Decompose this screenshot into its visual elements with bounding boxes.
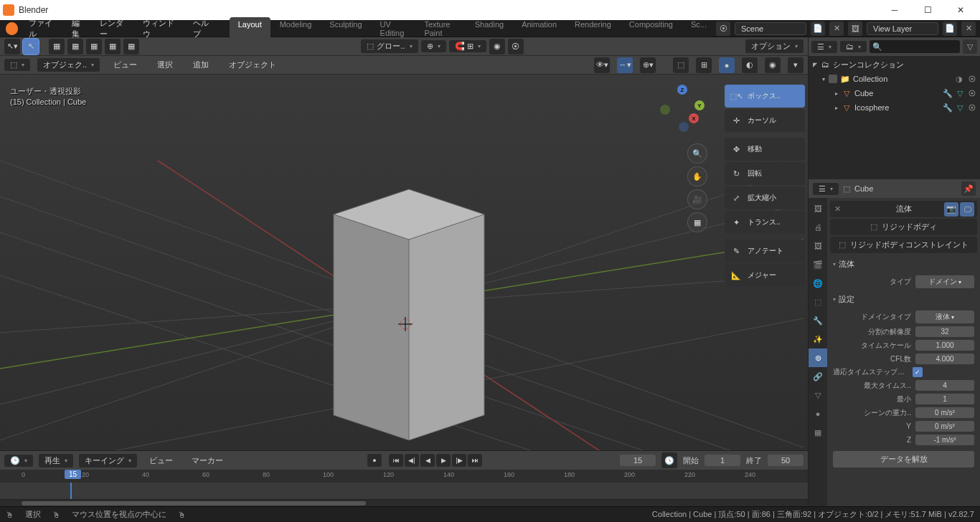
scene-browse-icon[interactable]: ⦿ <box>716 22 730 36</box>
preview-range-icon[interactable]: 🕓 <box>661 452 677 468</box>
outliner-filter-icon[interactable]: ▽ <box>963 39 977 54</box>
physics-fluid-button[interactable]: ✕ 流体 📷🖵 <box>830 201 977 217</box>
visibility-icon[interactable]: 👁▾ <box>594 57 610 73</box>
properties-body[interactable]: ✕ 流体 📷🖵 ⬚リジッドボディ ⬚リジッドボディコンストレイント 流体 タイプ… <box>827 198 980 506</box>
play-reverse-button[interactable]: ◀ <box>420 454 435 467</box>
tool-measure[interactable]: 📐メジャー <box>725 264 805 287</box>
shade-solid-icon[interactable]: ● <box>719 57 735 73</box>
viewlayer-name-input[interactable]: View Layer <box>867 22 938 35</box>
current-frame-input[interactable]: 15 <box>620 455 656 466</box>
shade-wire-icon[interactable]: ⊞ <box>696 57 712 73</box>
gizmo-toggle-icon[interactable]: ↔▾ <box>617 57 633 73</box>
select-mode-icon[interactable]: ↖▾ <box>4 39 20 54</box>
section-fluid[interactable]: 流体 <box>830 255 977 274</box>
tree-object-icosphere[interactable]: ▸ ▽ Icosphere 🔧▽ <box>809 100 980 115</box>
camera-view-icon[interactable]: 🎥 <box>687 189 707 209</box>
start-frame-input[interactable]: 1 <box>705 455 740 466</box>
scene-new-icon[interactable]: 📄 <box>811 22 825 36</box>
properties-editor-dropdown[interactable]: ☰ <box>813 183 839 195</box>
tree-collection[interactable]: ▾ 📁 Collection ◑ <box>809 72 980 86</box>
mode-dropdown[interactable]: オブジェク.. <box>37 58 100 72</box>
scene-name-input[interactable]: Scene <box>735 22 806 35</box>
vp-menu-select[interactable]: 選択 <box>151 58 179 72</box>
xray-icon[interactable]: ⬚ <box>673 57 689 73</box>
outliner-display-dropdown[interactable]: 🗂 <box>840 41 867 52</box>
viewlayer-icon[interactable]: 🖼 <box>848 22 862 36</box>
cursor-tool-icon[interactable]: ↖ <box>23 39 39 54</box>
tool-rotate[interactable]: ↻回転 <box>725 162 805 185</box>
tool-transform[interactable]: ✦トランス.. <box>725 211 805 234</box>
orientation-dropdown[interactable]: ⬚グロー.. <box>361 39 418 53</box>
timeline-ruler[interactable]: 15 020406080100120140160180200220240 <box>0 470 808 483</box>
eye-icon[interactable] <box>967 88 977 98</box>
tab-scripting[interactable]: Sc... <box>682 17 715 40</box>
timeline-track[interactable] <box>0 483 808 499</box>
tool-scale[interactable]: ⤢拡大縮小 <box>725 186 805 209</box>
properties-breadcrumb[interactable]: Cube <box>854 184 873 193</box>
tab-material-icon[interactable]: ● <box>809 404 827 423</box>
physics-rbconstraint-button[interactable]: ⬚リジッドボディコンストレイント <box>830 237 977 253</box>
fluid-type-dropdown[interactable]: ドメイン <box>915 275 974 288</box>
select-intersect-icon[interactable]: ▦ <box>105 39 121 54</box>
screen-solo-icon[interactable]: 🖵 <box>960 202 974 217</box>
camera-solo-icon[interactable]: 📷 <box>944 202 958 217</box>
viewport-3d[interactable]: ユーザー・透視投影 (15) Collection | Cube Z Y X 🔍… <box>0 75 808 450</box>
options-dropdown[interactable]: オプション <box>745 39 804 53</box>
shade-matprev-icon[interactable]: ◐ <box>742 57 758 73</box>
eye-icon[interactable] <box>967 103 977 113</box>
timeline-keying-menu[interactable]: キーイング <box>79 454 137 468</box>
prop-value[interactable]: 0 m/s² <box>915 421 974 432</box>
tab-world-icon[interactable]: 🌐 <box>809 274 827 293</box>
prop-checkbox[interactable]: ✓ <box>913 367 923 377</box>
end-frame-input[interactable]: 50 <box>768 455 804 466</box>
prop-value[interactable]: 4.000 <box>915 353 974 364</box>
timeline-view-menu[interactable]: ビュー <box>143 454 179 468</box>
tab-object-icon[interactable]: ⬚ <box>809 293 827 311</box>
timeline-editor-dropdown[interactable]: 🕒 <box>4 455 33 467</box>
tab-particles-icon[interactable]: ✨ <box>809 330 827 348</box>
viewlayer-new-icon[interactable]: 📄 <box>943 22 957 36</box>
overlays-toggle-icon[interactable]: ⊕▾ <box>640 57 656 73</box>
tab-shading[interactable]: Shading <box>466 17 512 40</box>
prop-value[interactable]: -1 m/s² <box>915 435 974 445</box>
jump-prevkey-button[interactable]: ◀| <box>405 454 419 467</box>
proportional-icon[interactable]: ◉ <box>489 39 505 54</box>
select-invert-icon[interactable]: ▦ <box>123 39 139 54</box>
tab-layout[interactable]: Layout <box>230 17 270 40</box>
tab-mesh-icon[interactable]: ▽ <box>809 386 827 404</box>
tab-texturepaint[interactable]: Texture Paint <box>415 17 465 40</box>
autokey-button[interactable]: ● <box>367 454 382 467</box>
tab-rendering[interactable]: Rendering <box>566 17 620 40</box>
viewlayer-delete-icon[interactable]: ✕ <box>961 22 976 36</box>
eye-icon[interactable] <box>967 74 977 84</box>
prop-value[interactable]: 4 <box>915 380 974 391</box>
timeline-cursor-flag[interactable]: 15 <box>65 470 81 479</box>
tab-physics-icon[interactable]: ⊚ <box>809 348 827 367</box>
tab-texture-icon[interactable]: ▦ <box>809 423 827 442</box>
tab-animation[interactable]: Animation <box>513 17 565 40</box>
tool-box-select[interactable]: ⬚↖ボックス.. <box>725 85 805 108</box>
snap-dropdown[interactable]: 🧲 ⊞ <box>449 40 486 52</box>
prop-value[interactable]: 1 <box>915 394 974 404</box>
tab-viewlayer-icon[interactable]: 🖼 <box>809 237 827 255</box>
select-set-icon[interactable]: ▦ <box>49 39 65 54</box>
zoom-icon[interactable]: 🔍 <box>687 143 707 163</box>
falloff-icon[interactable]: ⦿ <box>508 39 524 54</box>
physics-rigidbody-button[interactable]: ⬚リジッドボディ <box>830 219 977 235</box>
close-icon[interactable]: ✕ <box>834 204 841 214</box>
play-button[interactable]: ▶ <box>436 454 451 467</box>
tool-cursor[interactable]: ✛カーソル <box>725 109 805 132</box>
tab-modifiers-icon[interactable]: 🔧 <box>809 311 827 330</box>
prop-value[interactable]: 0 m/s² <box>915 407 974 418</box>
timeline-playback-menu[interactable]: 再生 <box>39 454 73 468</box>
minimize-button[interactable]: ─ <box>878 0 911 20</box>
tab-sculpting[interactable]: Sculpting <box>321 17 370 40</box>
tab-render-icon[interactable]: 🖼 <box>809 199 827 218</box>
prop-value[interactable]: 1.000 <box>915 340 974 351</box>
tab-output-icon[interactable]: 🖨 <box>809 218 827 237</box>
tool-move[interactable]: ✥移動 <box>725 138 805 161</box>
vp-menu-object[interactable]: オブジェクト <box>222 58 283 72</box>
free-data-button[interactable]: データを解放 <box>833 451 974 468</box>
pin-icon[interactable]: 📌 <box>961 181 976 196</box>
tree-scene-collection[interactable]: ◤🗂 シーンコレクション <box>809 57 980 72</box>
